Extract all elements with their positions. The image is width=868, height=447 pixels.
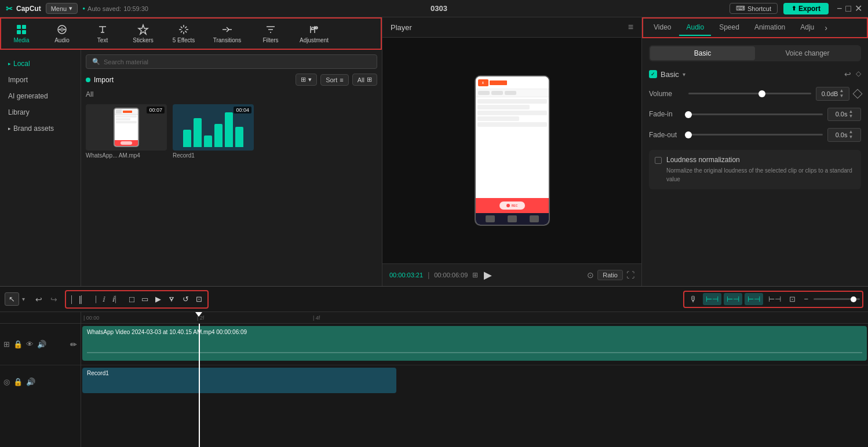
toolbar-stickers[interactable]: Stickers: [123, 19, 163, 49]
volume-slider-track[interactable]: [688, 93, 811, 94]
subtab-voice-changer[interactable]: Voice changer: [755, 46, 860, 60]
subtab-basic[interactable]: Basic: [650, 46, 755, 60]
tab-animation[interactable]: Animation: [747, 20, 792, 36]
audio-track-icon[interactable]: ◎: [3, 378, 10, 386]
clip-tool-3[interactable]: ⊢⊣: [745, 293, 763, 305]
rotate-tool-btn[interactable]: ↺: [180, 293, 192, 305]
fadein-slider-track[interactable]: [688, 113, 823, 115]
track-audio-icon[interactable]: 🔊: [37, 340, 46, 349]
undo-btn[interactable]: ↩: [32, 293, 45, 306]
export-button[interactable]: ⬆ Export: [783, 3, 829, 14]
mic-btn[interactable]: 🎙: [687, 293, 701, 306]
split2-btn[interactable]: ⎸ⅈ: [93, 293, 108, 306]
grid-view-toggle[interactable]: ⊞ ▾: [296, 74, 317, 86]
import-row: Import ⊞ ▾ Sort ≡ A: [81, 71, 382, 88]
toolbar-adjustment[interactable]: Adjustment: [291, 19, 337, 49]
player-menu-icon[interactable]: ≡: [628, 22, 633, 32]
bar-1: [183, 130, 191, 147]
crop2-tool-btn[interactable]: ⊡: [193, 293, 205, 305]
mirror-tool-btn[interactable]: ⛛: [165, 293, 178, 305]
undo-section-icon[interactable]: ↩: [844, 69, 851, 79]
split-clip-btn[interactable]: ⊢⊣: [765, 293, 784, 305]
zoom-slider[interactable]: [814, 298, 860, 300]
sort-label: Sort: [326, 76, 337, 83]
tab-adju[interactable]: Adju: [793, 20, 821, 36]
fadein-param: Fade-in 0.0s ▲ ▼: [649, 108, 861, 122]
tab-video[interactable]: Video: [647, 20, 678, 36]
maximize-btn[interactable]: □: [845, 4, 851, 13]
cursor-tool-btn[interactable]: ↖: [5, 292, 19, 306]
audio-clip[interactable]: Record1: [82, 368, 396, 393]
tab-audio[interactable]: Audio: [679, 20, 711, 36]
play-button[interactable]: ▶: [483, 268, 493, 283]
nav-brand-assets[interactable]: ▸ Brand assets: [2, 120, 78, 137]
fadeout-down-btn[interactable]: ▼: [848, 135, 853, 140]
tab-speed[interactable]: Speed: [712, 20, 746, 36]
audio-lock-icon[interactable]: 🔒: [13, 378, 23, 386]
clip-tool-2[interactable]: ⊢⊣: [724, 293, 742, 305]
minimize-btn[interactable]: −: [837, 4, 842, 13]
close-btn[interactable]: ✕: [855, 4, 862, 13]
toolbar-transitions[interactable]: Transitions: [204, 19, 250, 49]
audio-vol-icon[interactable]: 🔊: [26, 378, 35, 386]
fadeout-steppers[interactable]: ▲ ▼: [848, 130, 853, 140]
nav-ai-generated[interactable]: AI generated: [2, 88, 78, 104]
bar-3: [204, 135, 212, 147]
more-tabs-icon[interactable]: ›: [822, 23, 830, 32]
filter-button[interactable]: All ⊞: [352, 74, 377, 86]
track-lock-icon[interactable]: 🔒: [13, 340, 23, 349]
text-label: Text: [97, 37, 108, 43]
bar-4: [214, 124, 223, 147]
fadeout-param: Fade-out 0.0s ▲ ▼: [649, 128, 861, 142]
toolbar-media[interactable]: Media: [1, 19, 42, 49]
timeline-ruler: | 00:00 | 2f | 4f: [81, 312, 868, 324]
autosave-area: ● Auto saved: 10:59:30: [82, 5, 148, 12]
ratio-button[interactable]: Ratio: [597, 270, 623, 280]
sort-button[interactable]: Sort ≡: [320, 74, 349, 86]
loudness-title: Loudness normalization: [666, 156, 855, 164]
split3-btn[interactable]: ⅈ⎸: [110, 293, 125, 306]
minus-zoom-btn[interactable]: −: [801, 293, 811, 305]
subtitle-btn[interactable]: ⊡: [786, 293, 798, 305]
volume-down-btn[interactable]: ▼: [839, 94, 844, 99]
delete-tool-btn[interactable]: □: [126, 292, 137, 306]
fadeout-slider-track[interactable]: [688, 134, 823, 135]
play-tool-btn[interactable]: ▶: [152, 293, 164, 305]
track-layout-icon[interactable]: ⊞: [3, 340, 10, 349]
right-panel: Video Audio Speed Animation Adju ›: [642, 17, 868, 286]
nav-local[interactable]: ▸ Local: [2, 56, 78, 72]
nav-library[interactable]: Library: [2, 104, 78, 120]
toolbar-audio[interactable]: Audio: [42, 19, 82, 49]
volume-steppers[interactable]: ▲ ▼: [839, 89, 844, 99]
diamond-keyframe-icon[interactable]: ◇: [856, 69, 861, 79]
safe-zone-icon[interactable]: ⊙: [587, 270, 594, 280]
fadein-steppers[interactable]: ▲ ▼: [848, 109, 853, 120]
fullscreen-icon[interactable]: ⛶: [626, 270, 634, 280]
adjustment-icon: [308, 24, 320, 35]
volume-keyframe-icon[interactable]: [853, 89, 863, 98]
shortcut-button[interactable]: ⌨ Shortcut: [730, 3, 778, 14]
toolbar-text[interactable]: Text: [82, 19, 123, 49]
toolbar-effects[interactable]: 5 Effects: [163, 19, 204, 49]
redo-btn[interactable]: ↪: [48, 293, 60, 306]
loudness-checkbox[interactable]: [655, 157, 662, 164]
filters-icon: [265, 24, 276, 35]
all-text: All: [86, 90, 93, 98]
search-box[interactable]: 🔍 Search material: [86, 54, 377, 69]
media-item-record1[interactable]: 00:04 Record1: [173, 104, 254, 159]
fadein-down-btn[interactable]: ▼: [848, 114, 853, 119]
nav-import[interactable]: Import: [2, 72, 78, 88]
toolbar-filters[interactable]: Filters: [250, 19, 291, 49]
nav-import-label: Import: [8, 76, 28, 84]
cursor-dropdown-btn[interactable]: ▾: [20, 294, 27, 304]
track-visible-icon[interactable]: 👁: [26, 340, 34, 349]
view-grid-icon[interactable]: ⊞: [472, 271, 478, 279]
video-clip[interactable]: WhatsApp Video 2024-03-03 at 10.40.15 AM…: [82, 326, 867, 361]
pencil-edit-btn[interactable]: ✏: [70, 340, 77, 349]
split-tool-btn[interactable]: ⎸|⎸: [68, 292, 92, 306]
import-button[interactable]: Import: [86, 76, 114, 84]
menu-button[interactable]: Menu ▾: [46, 3, 78, 14]
clip-tool-1[interactable]: ⊢⊣: [703, 293, 721, 305]
crop-tool-btn[interactable]: ▭: [138, 293, 151, 305]
media-item-whatsapp[interactable]: 00:07 WhatsApp... AM.mp4: [86, 104, 167, 159]
